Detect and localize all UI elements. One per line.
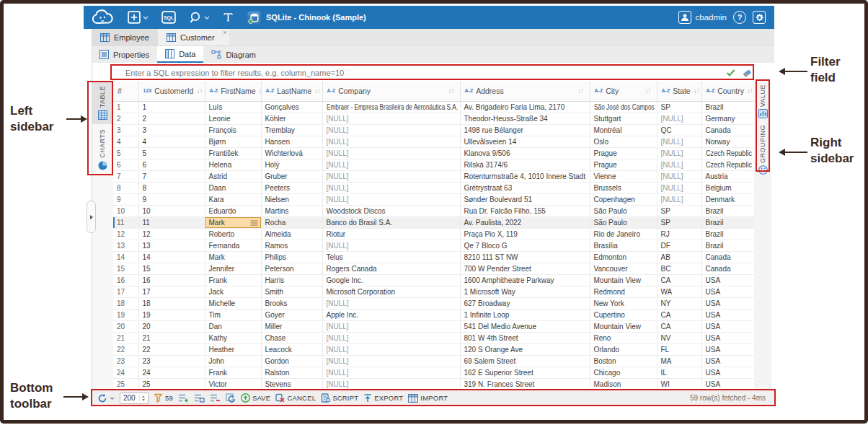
table-cell[interactable]: Orlando xyxy=(590,343,657,355)
row-number-cell[interactable]: 18 xyxy=(113,297,138,309)
table-cell[interactable]: Rilská 3174/6 xyxy=(460,159,590,170)
table-cell[interactable]: Tim xyxy=(205,309,261,320)
table-cell[interactable]: Astrid xyxy=(205,170,261,182)
table-cell[interactable]: Brazil xyxy=(701,205,754,216)
table-cell[interactable]: Jack xyxy=(205,286,261,297)
table-cell[interactable]: Austria xyxy=(701,170,754,182)
sort-icon[interactable]: ↓↑ xyxy=(578,87,584,95)
tab-diagram[interactable]: Diagram xyxy=(203,46,264,63)
table-cell[interactable]: 2 xyxy=(138,113,205,124)
table-cell[interactable]: SP xyxy=(657,101,701,113)
table-cell[interactable]: 162 E Superior Street xyxy=(460,367,590,378)
table-cell[interactable]: Microsoft Corporation xyxy=(322,286,460,297)
table-cell[interactable]: Grétrystraat 63 xyxy=(460,182,590,193)
table-cell[interactable]: 19 xyxy=(138,309,205,320)
table-cell[interactable]: Stevens xyxy=(261,378,322,390)
table-row[interactable]: 1111MarkRochaBanco do Brasil S.A.Av. Pau… xyxy=(113,216,754,228)
table-cell[interactable]: 18 xyxy=(138,297,205,309)
table-cell[interactable]: 319 N. Frances Street xyxy=(460,378,590,390)
connection-selector[interactable]: SQLite - Chinook (Sample) xyxy=(240,11,373,25)
table-cell[interactable]: Leacock xyxy=(261,343,322,355)
table-cell[interactable]: [NULL] xyxy=(657,136,701,147)
table-row[interactable]: 1313FernandaRamos[NULL]Qe 7 Bloco GBrasí… xyxy=(113,240,754,251)
delete-row-icon[interactable] xyxy=(210,393,221,403)
table-cell[interactable]: Boston xyxy=(590,355,657,367)
column-header-address[interactable]: A-ZAddress↓↑ xyxy=(460,81,590,101)
table-cell[interactable]: São Paulo xyxy=(590,205,657,216)
table-cell[interactable]: Smith xyxy=(261,286,322,297)
row-number-cell[interactable]: 7 xyxy=(113,170,138,182)
table-cell[interactable]: 11 xyxy=(138,216,205,228)
row-number-cell[interactable]: 11 xyxy=(113,216,138,228)
row-number-cell[interactable]: 4 xyxy=(113,136,138,147)
table-cell[interactable]: USA xyxy=(701,309,754,320)
table-cell[interactable]: 69 Salem Street xyxy=(460,355,590,367)
table-cell[interactable]: [NULL] xyxy=(322,147,460,159)
table-cell[interactable]: 12 xyxy=(138,228,205,240)
table-cell[interactable]: Mountain View xyxy=(590,274,657,286)
table-cell[interactable]: São José dos Campos xyxy=(590,101,657,113)
sql-editor-button[interactable]: SQL xyxy=(155,6,182,29)
row-number-cell[interactable]: 2 xyxy=(113,113,138,124)
table-cell[interactable]: [NULL] xyxy=(322,136,460,147)
table-cell[interactable]: Gonçalves xyxy=(261,101,322,113)
table-cell[interactable]: Rocha xyxy=(261,216,322,228)
table-cell[interactable]: Madison xyxy=(590,378,657,390)
row-number-cell[interactable]: 3 xyxy=(113,124,138,136)
table-cell[interactable]: Köhler xyxy=(261,113,322,124)
table-cell[interactable]: 627 Broadway xyxy=(460,297,590,309)
table-cell[interactable]: Frank xyxy=(205,367,261,378)
table-cell[interactable]: [NULL] xyxy=(322,378,460,390)
table-cell[interactable]: [NULL] xyxy=(322,113,460,124)
table-cell[interactable]: Norway xyxy=(701,136,754,147)
table-cell[interactable]: 541 Del Medio Avenue xyxy=(460,320,590,332)
table-cell[interactable]: 17 xyxy=(138,286,205,297)
table-cell[interactable]: 1 Microsoft Way xyxy=(460,286,590,297)
cell-menu-icon[interactable] xyxy=(250,219,258,227)
table-cell[interactable]: USA xyxy=(701,286,754,297)
apply-filter-icon[interactable] xyxy=(726,69,735,76)
table-cell[interactable]: Kara xyxy=(205,193,261,205)
row-number-cell[interactable]: 5 xyxy=(113,147,138,159)
table-cell[interactable]: Embraer - Empresa Brasileira de Aeronáut… xyxy=(322,101,460,113)
table-cell[interactable]: Brussels xyxy=(590,182,657,193)
table-cell[interactable]: Reno xyxy=(590,332,657,343)
table-cell[interactable]: Hansen xyxy=(261,136,322,147)
table-cell[interactable]: 24 xyxy=(138,367,205,378)
table-cell[interactable]: Ullevålsveien 14 xyxy=(460,136,590,147)
table-cell[interactable]: Germany xyxy=(701,113,754,124)
table-cell[interactable]: [NULL] xyxy=(322,297,460,309)
table-cell[interactable]: Praça Pio X, 119 xyxy=(460,228,590,240)
table-cell[interactable]: [NULL] xyxy=(657,170,701,182)
filter-input[interactable] xyxy=(120,69,726,77)
table-cell[interactable]: [NULL] xyxy=(322,320,460,332)
table-cell[interactable]: Canada xyxy=(701,124,754,136)
sidebar-item-charts[interactable]: CHARTS xyxy=(92,124,113,175)
table-cell[interactable]: 23 xyxy=(138,355,205,367)
table-cell[interactable]: [NULL] xyxy=(322,124,460,136)
stepper-icon[interactable] xyxy=(139,395,147,401)
table-row[interactable]: 2525VictorStevens[NULL]319 N. Frances St… xyxy=(113,378,754,390)
row-number-cell[interactable]: 23 xyxy=(113,355,138,367)
table-cell[interactable]: Klanova 9/506 xyxy=(460,147,590,159)
table-cell[interactable]: Peterson xyxy=(261,263,322,274)
table-cell[interactable]: Qe 7 Bloco G xyxy=(460,240,590,251)
row-number-cell[interactable]: 19 xyxy=(113,309,138,320)
table-cell[interactable]: Ramos xyxy=(261,240,322,251)
table-cell[interactable]: Oslo xyxy=(590,136,657,147)
table-cell[interactable]: [NULL] xyxy=(322,170,460,182)
table-cell[interactable]: Harris xyxy=(261,274,322,286)
help-button[interactable]: ? xyxy=(733,11,746,24)
table-cell[interactable]: [NULL] xyxy=(657,182,701,193)
table-cell[interactable]: DF xyxy=(657,240,701,251)
table-cell[interactable]: František xyxy=(205,147,261,159)
table-cell[interactable]: Holý xyxy=(261,159,322,170)
table-cell[interactable]: Leonie xyxy=(205,113,261,124)
column-header-rownum[interactable]: # xyxy=(113,81,138,101)
table-cell[interactable]: 120 S Orange Ave xyxy=(460,343,590,355)
table-cell[interactable]: Mountain View xyxy=(590,320,657,332)
table-cell[interactable]: QC xyxy=(657,124,701,136)
table-cell[interactable]: Av. Brigadeiro Faria Lima, 2170 xyxy=(460,101,590,113)
table-cell[interactable]: Banco do Brasil S.A. xyxy=(322,216,460,228)
table-cell[interactable]: [NULL] xyxy=(322,193,460,205)
